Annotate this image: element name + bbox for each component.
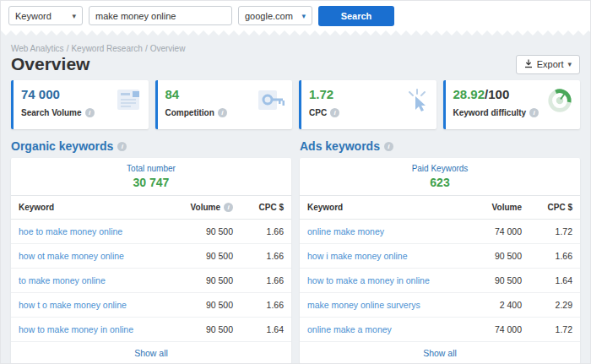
column-header-cpc: CPC $ — [529, 196, 580, 219]
column-header-cpc: CPC $ — [241, 196, 291, 219]
volume-cell: 90 500 — [462, 244, 529, 268]
column-header-keyword: Keyword — [11, 196, 173, 219]
cpc-cell: 1.64 — [241, 318, 291, 341]
keyword-cell[interactable]: how t o make money online — [11, 293, 173, 317]
volume-cell: 74 000 — [462, 220, 529, 243]
column-header-volume: Volume i — [173, 196, 241, 219]
keyword-cell[interactable]: online make a money — [300, 318, 462, 341]
table-row: how i make money online 90 500 1.66 — [300, 244, 580, 269]
cursor-click-illustration — [404, 88, 431, 117]
cpc-cell: 1.66 — [241, 220, 291, 243]
metric-card-keyword-difficulty: 28.92/100 Keyword difficulty i — [443, 80, 581, 129]
download-icon — [524, 59, 533, 70]
table-row: how to make a money in online 90 500 1.6… — [300, 269, 580, 293]
cpc-cell: 1.64 — [529, 269, 580, 292]
page-header: Overview Export ▾ — [1, 53, 590, 78]
ads-keywords-section: Ads keywords i Paid Keywords 623 Keyword… — [300, 137, 580, 364]
table-row: how to make money in online 90 500 1.64 — [11, 318, 291, 342]
cpc-cell: 1.66 — [241, 293, 291, 317]
keyword-difficulty-max: /100 — [485, 87, 509, 101]
keyword-type-select-value: Keyword — [15, 11, 52, 21]
cpc-cell: 1.66 — [241, 269, 291, 292]
keyword-sections: Organic keywords i Total number 30 747 K… — [1, 137, 590, 364]
breadcrumb-item-web-analytics[interactable]: Web Analytics — [11, 44, 64, 53]
metric-card-search-volume: 74 000 Search Volume i — [11, 80, 149, 129]
volume-cell: 90 500 — [173, 269, 241, 292]
table-row: online make money 74 000 1.72 — [300, 220, 580, 244]
info-icon[interactable]: i — [224, 203, 233, 212]
organic-keywords-section: Organic keywords i Total number 30 747 K… — [11, 137, 291, 364]
volume-cell: 90 500 — [173, 244, 241, 268]
keyword-cell[interactable]: online make money — [300, 220, 462, 243]
ads-keywords-table: Paid Keywords 623 Keyword Volume CPC $ o… — [300, 158, 580, 364]
volume-cell: 90 500 — [462, 269, 529, 292]
search-button[interactable]: Search — [318, 6, 394, 26]
topbar-zigzag-edge — [1, 30, 590, 35]
metric-card-competition: 84 Competition i — [155, 80, 293, 129]
app-window: Keyword ▾ google.com ▾ Search Web Analyt… — [0, 0, 591, 364]
info-icon[interactable]: i — [218, 108, 227, 117]
chevron-down-icon: ▾ — [301, 12, 306, 20]
volume-cell: 74 000 — [462, 318, 529, 341]
organic-total-header: Total number 30 747 — [11, 158, 291, 196]
ads-total-label: Paid Keywords — [300, 164, 580, 173]
volume-cell: 90 500 — [173, 318, 241, 341]
table-row: to make money online 90 500 1.66 — [11, 269, 291, 293]
breadcrumb: Web Analytics/Keyword Research/Overview — [11, 44, 580, 53]
report-illustration — [112, 88, 143, 117]
ads-column-headers: Keyword Volume CPC $ — [300, 196, 580, 220]
search-volume-label: Search Volume — [21, 108, 82, 117]
organic-total-label: Total number — [11, 164, 291, 173]
export-button[interactable]: Export ▾ — [516, 55, 580, 74]
organic-column-headers: Keyword Volume i CPC $ — [11, 196, 291, 220]
ads-section-title: Ads keywords — [300, 139, 380, 153]
keyword-cell[interactable]: how i make money online — [300, 244, 462, 268]
keyword-cell[interactable]: how to make a money in online — [300, 269, 462, 292]
keyword-type-select[interactable]: Keyword ▾ — [8, 6, 83, 25]
organic-keywords-table: Total number 30 747 Keyword Volume i CPC… — [11, 158, 291, 364]
ads-show-all-link[interactable]: Show all — [300, 342, 580, 364]
cpc-cell: 1.72 — [529, 220, 580, 243]
cpc-label: CPC — [309, 108, 327, 117]
ads-total-header: Paid Keywords 623 — [300, 158, 580, 196]
organic-total-value: 30 747 — [11, 176, 291, 189]
breadcrumb-item-keyword-research[interactable]: Keyword Research — [71, 44, 142, 53]
info-icon[interactable]: i — [330, 108, 339, 117]
competition-label: Competition — [165, 108, 214, 117]
metric-card-cpc: 1.72 CPC i — [299, 80, 436, 129]
cpc-cell: 1.72 — [529, 318, 580, 341]
search-toolbar: Keyword ▾ google.com ▾ Search — [1, 1, 590, 30]
export-button-label: Export — [537, 59, 564, 69]
column-header-keyword: Keyword — [300, 196, 462, 219]
keyword-cell[interactable]: how to make money in online — [11, 318, 173, 341]
column-header-volume: Volume — [462, 196, 529, 219]
chevron-down-icon: ▾ — [567, 60, 572, 68]
keyword-cell[interactable]: hoe to make money online — [11, 220, 173, 243]
ads-total-value: 623 — [300, 176, 580, 189]
info-icon[interactable]: i — [85, 108, 95, 117]
table-row: hoe to make money online 90 500 1.66 — [11, 220, 291, 244]
organic-show-all-link[interactable]: Show all — [11, 342, 291, 364]
gauge-illustration — [545, 88, 574, 118]
breadcrumb-separator: / — [145, 44, 148, 53]
search-engine-select[interactable]: google.com ▾ — [238, 6, 312, 25]
volume-cell: 90 500 — [173, 293, 241, 317]
cpc-cell: 1.66 — [241, 244, 291, 268]
search-query-input[interactable] — [89, 6, 232, 25]
keyword-cell[interactable]: to make money online — [11, 269, 173, 292]
table-row: how t o make money online 90 500 1.66 — [11, 293, 291, 318]
chevron-down-icon: ▾ — [72, 12, 76, 20]
keyword-cell[interactable]: make money online surverys — [300, 293, 462, 317]
cpc-cell: 1.66 — [529, 244, 580, 268]
keyword-cell[interactable]: how ot make money online — [11, 244, 173, 268]
breadcrumb-item-overview: Overview — [150, 44, 186, 53]
metrics-row: 74 000 Search Volume i 84 Competition — [1, 78, 590, 137]
info-icon[interactable]: i — [384, 142, 393, 151]
table-row: online make a money 74 000 1.72 — [300, 318, 580, 342]
key-illustration — [258, 88, 286, 117]
cpc-cell: 2.29 — [529, 293, 580, 317]
page-title: Overview — [11, 54, 89, 74]
info-icon[interactable]: i — [529, 108, 539, 117]
table-row: make money online surverys 2 400 2.29 — [300, 293, 580, 318]
info-icon[interactable]: i — [117, 142, 127, 151]
